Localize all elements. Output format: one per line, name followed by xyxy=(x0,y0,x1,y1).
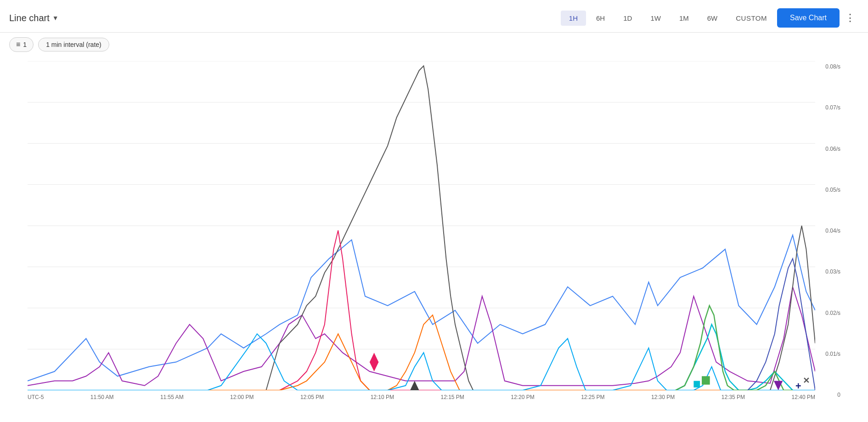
x-label-1235: 12:35 PM xyxy=(721,394,745,400)
interval-button[interactable]: 1 min interval (rate) xyxy=(38,38,109,51)
x-label-1200: 12:00 PM xyxy=(230,394,254,400)
save-chart-button[interactable]: Save Chart xyxy=(777,8,840,28)
time-btn-6w[interactable]: 6W xyxy=(699,11,726,26)
marker-diamond-pink xyxy=(370,353,379,371)
x-label-1155: 11:55 AM xyxy=(160,394,184,400)
chart-container: 0.08/s 0.07/s 0.06/s 0.05/s 0.04/s 0.03/… xyxy=(14,61,840,400)
chart-type-dropdown-icon[interactable]: ▼ xyxy=(52,14,59,22)
chart-svg: + ✕ xyxy=(28,61,815,390)
more-options-button[interactable]: ⋮ xyxy=(841,10,859,26)
x-label-1220: 12:20 PM xyxy=(511,394,534,400)
filter-icon: ≡ xyxy=(16,40,20,49)
x-label-1240: 12:40 PM xyxy=(792,394,815,400)
marker-x: ✕ xyxy=(803,376,810,385)
chart-title-text: Line chart xyxy=(9,13,50,23)
x-label-1230: 12:30 PM xyxy=(651,394,675,400)
chart-area: 0.08/s 0.07/s 0.06/s 0.05/s 0.04/s 0.03/… xyxy=(0,57,868,419)
time-btn-1h[interactable]: 1H xyxy=(561,11,586,26)
filter-count: 1 xyxy=(23,41,27,48)
x-label-1210: 12:10 PM xyxy=(371,394,394,400)
y-label-8: 0.08/s xyxy=(815,63,840,70)
y-label-7: 0.07/s xyxy=(815,104,840,111)
time-controls: 1H 6H 1D 1W 1M 6W CUSTOM Save Chart ⋮ xyxy=(561,8,859,28)
marker-triangle-down xyxy=(410,381,419,390)
x-label-1225: 12:25 PM xyxy=(581,394,604,400)
x-label-utc: UTC-5 xyxy=(28,394,44,400)
time-btn-6h[interactable]: 6H xyxy=(588,11,613,26)
time-btn-1w[interactable]: 1W xyxy=(642,11,669,26)
y-label-0: 0 xyxy=(815,392,840,398)
y-label-4: 0.04/s xyxy=(815,228,840,234)
y-label-2: 0.02/s xyxy=(815,310,840,316)
x-label-1205: 12:05 PM xyxy=(300,394,324,400)
marker-square-green xyxy=(702,376,710,384)
marker-plus: + xyxy=(795,380,801,390)
y-label-5: 0.05/s xyxy=(815,187,840,193)
filter-button[interactable]: ≡ 1 xyxy=(9,37,34,52)
sub-bar: ≡ 1 1 min interval (rate) xyxy=(0,33,868,57)
x-axis: UTC-5 11:50 AM 11:55 AM 12:00 PM 12:05 P… xyxy=(28,390,815,400)
time-btn-1m[interactable]: 1M xyxy=(671,11,697,26)
x-label-1150: 11:50 AM xyxy=(90,394,114,400)
y-axis: 0.08/s 0.07/s 0.06/s 0.05/s 0.04/s 0.03/… xyxy=(815,61,840,400)
top-bar: Line chart ▼ 1H 6H 1D 1W 1M 6W CUSTOM Sa… xyxy=(0,0,868,33)
time-btn-1d[interactable]: 1D xyxy=(615,11,640,26)
chart-title: Line chart ▼ xyxy=(9,13,555,23)
y-label-1: 0.01/s xyxy=(815,351,840,357)
x-label-1215: 12:15 PM xyxy=(441,394,464,400)
marker-square-teal xyxy=(693,381,700,388)
y-label-3: 0.03/s xyxy=(815,268,840,275)
y-label-6: 0.06/s xyxy=(815,146,840,152)
time-btn-custom[interactable]: CUSTOM xyxy=(727,11,775,26)
